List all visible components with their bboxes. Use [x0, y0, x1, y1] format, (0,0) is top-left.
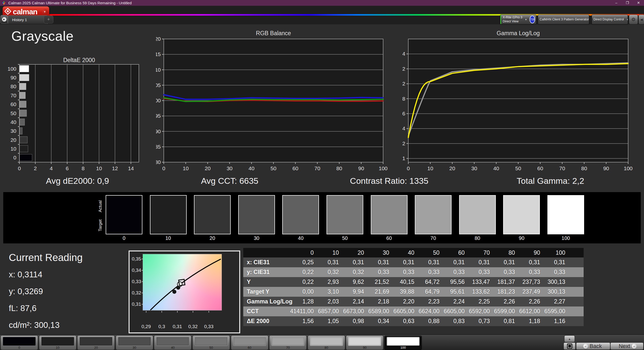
pattern-generator-label: CalMAN Client 3 Pattern Generator — [538, 18, 589, 22]
svg-text:90: 90 — [156, 128, 161, 134]
table-cell: 0,31 — [542, 259, 567, 266]
cie-y-tick — [142, 293, 143, 293]
svg-text:20: 20 — [205, 165, 211, 171]
stat-avg-cct: Avg CCT: 6635 — [201, 176, 258, 186]
back-button[interactable]: «Back — [576, 342, 610, 350]
table-header-row: 0102030405060708090100 — [243, 248, 584, 257]
pattern-patch — [3, 337, 36, 346]
pattern-generator-dropdown[interactable]: CalMAN Client 3 Pattern Generator ▼ — [538, 15, 589, 24]
cie-x-tick-label: 0,31 — [173, 324, 182, 329]
swatch-label-60: 60 — [370, 235, 408, 241]
pattern-patch — [118, 337, 151, 346]
minimize-button[interactable]: – — [611, 0, 622, 6]
cie-gradient-plot — [143, 254, 222, 311]
table-cell: 2,20 — [391, 298, 416, 305]
reading-y: y: 0,3269 — [9, 287, 83, 296]
svg-text:1: 1 — [403, 155, 405, 161]
svg-text:6: 6 — [66, 165, 69, 171]
strip-row-label-target: Target — [98, 216, 103, 234]
chevrons-left-icon: « — [583, 344, 588, 349]
svg-text:70: 70 — [11, 93, 16, 98]
pattern-level-button-40[interactable]: 40 — [154, 335, 191, 350]
table-cell: 6589,00 — [366, 308, 391, 315]
svg-text:100: 100 — [624, 165, 632, 171]
table-cell: 0,31 — [315, 259, 340, 266]
settings-gear-button[interactable]: ⚙ — [629, 15, 638, 24]
svg-text:110: 110 — [156, 67, 161, 73]
table-cell: 95,61 — [441, 288, 466, 295]
table-cell: 2,27 — [542, 298, 567, 305]
tab-scroll-button[interactable]: ▶ — [1, 15, 8, 24]
table-cell: 0,33 — [441, 269, 466, 276]
svg-text:60: 60 — [11, 101, 16, 107]
table-cell: 6857,00 — [315, 308, 340, 315]
collapse-panel-button[interactable]: ◀ — [638, 15, 644, 24]
meter-label: X-Rite i1Pro 3 Direct View — [501, 16, 523, 23]
svg-text:10: 10 — [427, 165, 433, 171]
pattern-level-button-80[interactable]: 80 — [308, 335, 345, 350]
swatch-label-40: 40 — [282, 235, 319, 241]
table-header-40: 40 — [391, 249, 416, 256]
svg-text:8: 8 — [82, 165, 85, 171]
svg-text:0: 0 — [162, 165, 165, 171]
svg-text:2,4: 2,4 — [403, 51, 405, 57]
swatch-label-90: 90 — [503, 235, 540, 241]
svg-text:80: 80 — [156, 159, 161, 165]
pattern-level-button-20[interactable]: 20 — [77, 335, 115, 350]
pattern-level-label: 20 — [77, 346, 114, 349]
cie-x-tick — [146, 311, 146, 313]
pattern-level-button-70[interactable]: 70 — [269, 335, 307, 350]
svg-text:30: 30 — [227, 165, 232, 171]
table-cell: 0,33 — [516, 269, 542, 276]
table-cell: 2,03 — [315, 298, 340, 305]
svg-text:2: 2 — [403, 81, 405, 86]
svg-text:14: 14 — [128, 165, 134, 171]
svg-text:50: 50 — [11, 110, 16, 116]
pattern-level-button-0[interactable]: 0 — [1, 335, 38, 350]
table-cell: 1,18 — [516, 318, 542, 325]
window-pattern-button[interactable] — [564, 342, 576, 350]
cie-y-tick-label: 0,31 — [130, 301, 141, 307]
svg-text:105: 105 — [156, 82, 161, 88]
pattern-level-button-90[interactable]: 90 — [346, 335, 383, 350]
pattern-level-button-100[interactable]: 100 — [384, 335, 422, 350]
swatch-label-50: 50 — [326, 235, 364, 241]
display-control-dropdown[interactable]: Direct Display Control ▼ — [592, 15, 628, 24]
table-row-label: Target Y — [243, 288, 290, 295]
app-icon — [2, 1, 6, 5]
deltae-2000-bar-chart: DeltaE 200002468101214100908070605040302… — [5, 57, 146, 175]
next-button[interactable]: Next» — [610, 342, 643, 350]
close-button[interactable]: ✕ — [633, 0, 644, 6]
cie-x-tick — [162, 311, 162, 313]
svg-text:20: 20 — [11, 137, 16, 143]
cie-y-tick-label: 0,33 — [130, 279, 141, 284]
table-cell: 0,81 — [491, 318, 516, 325]
table-cell: 6612,00 — [516, 308, 542, 315]
restore-button[interactable]: ❐ — [622, 0, 633, 6]
table-header-30: 30 — [366, 249, 391, 256]
strip-row-label-actual: Actual — [98, 197, 103, 215]
table-cell: 3,10 — [315, 288, 340, 295]
pattern-level-button-50[interactable]: 50 — [192, 335, 230, 350]
table-row-target-y: Target Y0,003,109,9421,6939,8864,7995,61… — [243, 287, 584, 297]
meter-select-dropdown[interactable]: X-Rite i1Pro 3 Direct View ▼ 718 — [500, 15, 536, 24]
pattern-level-button-10[interactable]: 10 — [39, 335, 76, 350]
pattern-level-button-30[interactable]: 30 — [116, 335, 153, 350]
swatch-label-20: 20 — [193, 235, 231, 241]
pattern-patch — [233, 337, 266, 346]
table-header-70: 70 — [466, 249, 491, 256]
grayscale-swatch-30 — [238, 195, 275, 234]
table-cell: 0,34 — [366, 318, 391, 325]
chevron-down-icon: ▼ — [523, 18, 529, 21]
table-cell: 39,88 — [391, 288, 416, 295]
pattern-level-button-60[interactable]: 60 — [231, 335, 268, 350]
table-cell: 0,98 — [340, 318, 366, 325]
table-cell: 1,28 — [290, 298, 315, 305]
svg-text:60: 60 — [293, 165, 298, 171]
chevrons-right-icon: » — [632, 344, 637, 349]
svg-text:1,8: 1,8 — [403, 96, 405, 102]
tab-history-1[interactable]: History 1 — [8, 15, 48, 24]
add-tab-button[interactable]: + — [44, 16, 53, 23]
pattern-patch — [79, 337, 112, 346]
scroll-up-button[interactable]: ▲ — [564, 335, 575, 342]
